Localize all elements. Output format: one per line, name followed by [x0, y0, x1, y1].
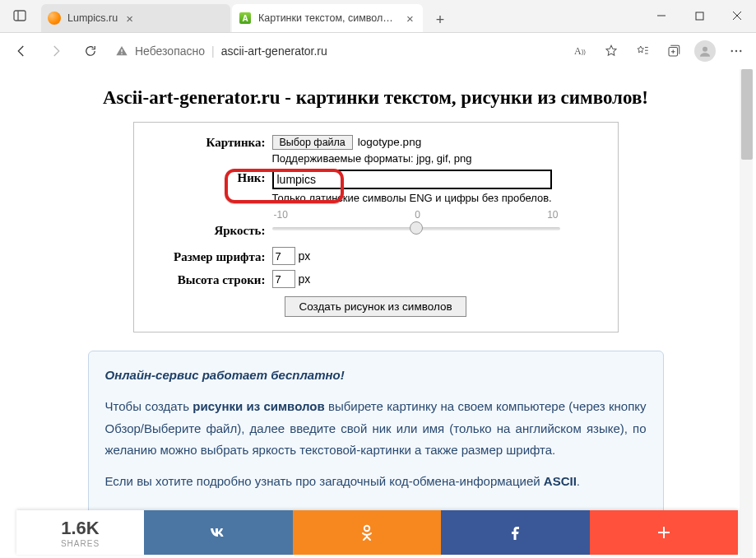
window-maximize-button[interactable]	[680, 0, 718, 32]
nick-hint: Только латинские символы ENG и цифры без…	[272, 192, 603, 204]
url-input[interactable]: Небезопасно | ascii-art-generator.ru	[109, 38, 564, 64]
scrollbar-thumb[interactable]	[741, 69, 753, 160]
svg-rect-6	[121, 49, 122, 52]
line-height-label: Высота строки:	[149, 272, 272, 287]
favicon-green-icon: A	[239, 12, 252, 25]
share-ok-button[interactable]	[293, 510, 442, 555]
info-paragraph-2: Если вы хотите подробно узнать про загад…	[105, 471, 647, 492]
browser-titlebar: Lumpics.ru × A Картинки текстом, символа…	[0, 0, 756, 33]
choose-file-button[interactable]: Выбор файла	[272, 135, 353, 150]
refresh-button[interactable]	[74, 35, 107, 67]
info-box: Онлайн-сервис работает бесплатно! Чтобы …	[88, 351, 664, 516]
favorite-star-button[interactable]	[596, 36, 626, 66]
px-label: px	[299, 249, 311, 263]
page-viewport: Ascii-art-generator.ru - картинки тексто…	[15, 69, 736, 558]
profile-button[interactable]	[690, 36, 720, 66]
refresh-icon	[83, 44, 98, 58]
window-controls	[642, 0, 756, 32]
share-count-number: 1.6K	[61, 518, 99, 539]
forward-button[interactable]	[39, 35, 72, 67]
window-minimize-button[interactable]	[642, 0, 680, 32]
scrollbar-track[interactable]	[740, 69, 753, 558]
svg-point-15	[731, 50, 733, 52]
plus-icon	[654, 523, 674, 542]
vk-icon	[208, 523, 228, 542]
slider-min-label: -10	[274, 209, 288, 221]
new-tab-button[interactable]: +	[428, 7, 452, 32]
tab-actions-button[interactable]	[0, 0, 39, 32]
dots-icon	[729, 44, 744, 58]
nick-label: Ник:	[149, 170, 272, 185]
brightness-slider[interactable]: -10 0 10	[272, 209, 560, 242]
menu-button[interactable]	[721, 36, 751, 66]
line-height-input[interactable]	[272, 270, 295, 288]
insecure-label: Небезопасно	[135, 44, 205, 58]
collections-button[interactable]	[659, 36, 689, 66]
share-vk-button[interactable]	[144, 510, 293, 555]
share-fb-button[interactable]	[441, 510, 590, 555]
warning-icon	[115, 44, 128, 58]
info-paragraph-1: Чтобы создать рисунки из символов выбире…	[105, 396, 647, 461]
generator-form: Картинка: Выбор файлаlogotype.png Поддер…	[133, 122, 619, 332]
close-icon	[732, 11, 742, 21]
slider-thumb[interactable]	[410, 221, 423, 235]
svg-rect-0	[14, 11, 26, 21]
tab-lumpics[interactable]: Lumpics.ru ×	[41, 4, 230, 32]
url-host: ascii-art-generator.ru	[221, 44, 327, 58]
read-aloud-button[interactable]: A))	[565, 36, 595, 66]
arrow-left-icon	[14, 44, 29, 58]
address-bar: Небезопасно | ascii-art-generator.ru A))	[0, 33, 756, 69]
nick-input[interactable]	[272, 170, 552, 189]
favicon-orange-icon	[48, 12, 61, 25]
window-close-button[interactable]	[718, 0, 756, 32]
ok-icon	[357, 523, 377, 542]
star-plus-icon	[604, 44, 619, 58]
back-button[interactable]	[5, 35, 38, 67]
svg-point-17	[740, 50, 741, 52]
tab-title: Lumpics.ru	[67, 12, 118, 24]
facebook-icon	[505, 523, 525, 542]
brightness-label: Яркость:	[149, 214, 272, 238]
tab-close-button[interactable]: ×	[406, 12, 414, 25]
tab-ascii-art[interactable]: A Картинки текстом, символами. ×	[232, 4, 423, 32]
share-bar: 1.6K SHARES	[16, 510, 738, 555]
slider-max-label: 10	[547, 209, 558, 221]
share-more-button[interactable]	[590, 510, 739, 555]
share-count: 1.6K SHARES	[16, 510, 144, 555]
tabs-icon	[13, 9, 26, 22]
favorites-button[interactable]	[628, 36, 657, 66]
slider-mid-label: 0	[415, 209, 420, 221]
svg-point-14	[703, 47, 707, 52]
image-hint: Поддерживаемые форматы: jpg, gif, png	[272, 152, 603, 165]
share-count-label: SHARES	[61, 539, 100, 548]
maximize-icon	[695, 12, 704, 21]
font-size-input[interactable]	[272, 247, 295, 265]
star-lines-icon	[635, 44, 650, 58]
svg-point-18	[364, 526, 369, 531]
info-header: Онлайн-сервис работает бесплатно!	[105, 365, 647, 386]
minimize-icon	[656, 11, 666, 21]
font-size-label: Размер шрифта:	[149, 249, 272, 264]
page-title: Ascii-art-generator.ru - картинки тексто…	[15, 87, 736, 109]
collections-icon	[666, 44, 681, 58]
svg-point-16	[735, 50, 737, 52]
avatar-icon	[694, 40, 716, 62]
svg-rect-3	[696, 12, 703, 20]
file-name: logotype.png	[358, 136, 421, 148]
tab-title: Картинки текстом, символами.	[258, 12, 398, 24]
tab-close-button[interactable]: ×	[126, 12, 133, 25]
generate-button[interactable]: Создать рисунок из символов	[285, 296, 466, 317]
px-label: px	[299, 272, 311, 286]
svg-rect-7	[121, 53, 122, 54]
image-label: Картинка:	[149, 134, 272, 150]
arrow-right-icon	[49, 44, 63, 58]
